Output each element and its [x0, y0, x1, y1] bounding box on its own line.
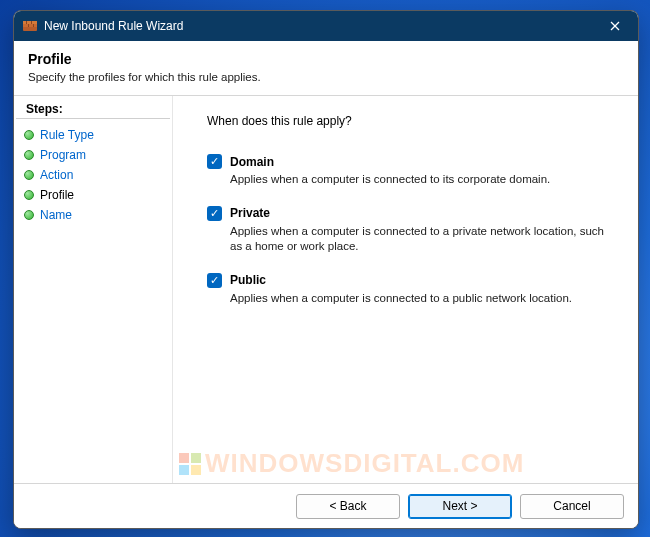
next-button[interactable]: Next >: [408, 494, 512, 519]
wizard-footer: < Back Next > Cancel: [14, 483, 638, 528]
step-label: Program: [40, 148, 86, 162]
step-label: Action: [40, 168, 73, 182]
svg-rect-5: [31, 21, 32, 24]
option-description: Applies when a computer is connected to …: [230, 224, 610, 255]
steps-heading: Steps:: [16, 102, 170, 119]
content-panel: When does this rule apply? ✓ Domain Appl…: [173, 96, 638, 483]
profile-question: When does this rule apply?: [207, 114, 618, 128]
step-bullet-icon: [24, 130, 34, 140]
checkbox-domain[interactable]: ✓: [207, 154, 222, 169]
option-label: Private: [230, 206, 270, 220]
step-label: Name: [40, 208, 72, 222]
step-label: Profile: [40, 188, 74, 202]
svg-rect-7: [33, 24, 34, 27]
watermark-logo-icon: [179, 453, 201, 475]
wizard-body: Steps: Rule Type Program Action Profile …: [14, 96, 638, 483]
back-button[interactable]: < Back: [296, 494, 400, 519]
close-button[interactable]: [592, 11, 638, 41]
option-description: Applies when a computer is connected to …: [230, 172, 610, 188]
step-name[interactable]: Name: [14, 205, 172, 225]
cancel-button[interactable]: Cancel: [520, 494, 624, 519]
step-rule-type[interactable]: Rule Type: [14, 125, 172, 145]
step-bullet-icon: [24, 190, 34, 200]
svg-rect-1: [23, 21, 37, 24]
svg-rect-3: [23, 27, 37, 30]
wizard-window: New Inbound Rule Wizard Profile Specify …: [13, 10, 639, 529]
step-label: Rule Type: [40, 128, 94, 142]
checkbox-private[interactable]: ✓: [207, 206, 222, 221]
titlebar[interactable]: New Inbound Rule Wizard: [14, 11, 638, 41]
option-label: Public: [230, 273, 266, 287]
watermark: WINDOWSDIGITAL.COM: [179, 448, 524, 479]
step-action[interactable]: Action: [14, 165, 172, 185]
option-description: Applies when a computer is connected to …: [230, 291, 610, 307]
option-domain: ✓ Domain Applies when a computer is conn…: [207, 154, 618, 188]
option-public: ✓ Public Applies when a computer is conn…: [207, 273, 618, 307]
page-subtitle: Specify the profiles for which this rule…: [28, 71, 624, 83]
wizard-header: Profile Specify the profiles for which t…: [14, 41, 638, 96]
option-private: ✓ Private Applies when a computer is con…: [207, 206, 618, 255]
step-program[interactable]: Program: [14, 145, 172, 165]
option-label: Domain: [230, 155, 274, 169]
svg-rect-4: [26, 21, 27, 24]
watermark-text: WINDOWSDIGITAL.COM: [205, 448, 524, 479]
checkbox-public[interactable]: ✓: [207, 273, 222, 288]
svg-rect-6: [28, 24, 29, 27]
firewall-icon: [22, 18, 38, 34]
step-bullet-icon: [24, 150, 34, 160]
step-profile[interactable]: Profile: [14, 185, 172, 205]
page-title: Profile: [28, 51, 624, 67]
steps-sidebar: Steps: Rule Type Program Action Profile …: [14, 96, 173, 483]
step-bullet-icon: [24, 210, 34, 220]
svg-rect-2: [23, 24, 37, 27]
window-title: New Inbound Rule Wizard: [44, 19, 183, 33]
step-bullet-icon: [24, 170, 34, 180]
close-icon: [610, 21, 620, 31]
